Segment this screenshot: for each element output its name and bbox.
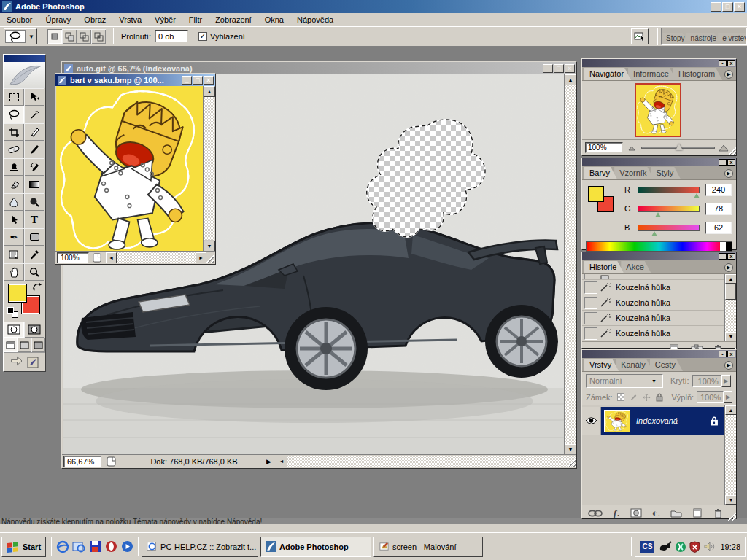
bart-doc-minimize-button[interactable]: _ (182, 76, 192, 85)
tray-clock[interactable]: 19:28 (720, 542, 740, 551)
car-horizontal-scrollbar[interactable] (287, 456, 576, 467)
start-button[interactable]: Start (1, 537, 46, 557)
fullscreen-menu-mode-button[interactable] (18, 338, 31, 352)
gradient-tool[interactable] (24, 176, 44, 193)
lock-transparency-icon[interactable] (617, 393, 624, 401)
healing-brush-tool[interactable] (4, 141, 24, 158)
zoom-slider-thumb[interactable] (676, 144, 683, 150)
history-menu-button[interactable]: ▶ (724, 263, 733, 272)
menu-vrstva[interactable]: Vrstva (112, 14, 148, 26)
navigator-resize-grip[interactable] (727, 146, 736, 155)
adjustment-layer-icon[interactable]: ◐. (652, 508, 660, 518)
menu-obraz[interactable]: Obraz (77, 14, 112, 26)
history-source-checkbox[interactable] (584, 281, 597, 294)
red-value[interactable]: 240 (705, 184, 732, 196)
minimize-button[interactable]: _ (711, 2, 721, 12)
bart-resize-grip[interactable] (206, 254, 214, 263)
lock-position-icon[interactable] (643, 393, 651, 402)
tab-informace[interactable]: Informace (628, 68, 676, 80)
layer-visibility-cell[interactable] (582, 407, 601, 435)
layers-titlebar[interactable]: -x (582, 350, 736, 358)
history-source-checkbox[interactable] (584, 297, 597, 309)
toolbox-logo[interactable] (4, 62, 45, 88)
layers-scroll-down-button[interactable]: ▼ (725, 495, 736, 505)
well-tab-vrstvy[interactable]: e vrstev (718, 33, 747, 44)
bart-doc-close-button[interactable]: × (204, 76, 214, 85)
tray-green-icon[interactable] (675, 541, 686, 553)
tray-shield-icon[interactable] (689, 541, 700, 553)
car-status-menu-arrow[interactable]: ▶ (266, 458, 271, 465)
opacity-slider-arrow[interactable]: ▶ (721, 375, 731, 387)
history-titlebar[interactable]: -x (582, 252, 736, 260)
task-paint[interactable]: screen - Malování (374, 537, 483, 557)
car-zoom-field[interactable]: 66,67% (63, 456, 101, 467)
car-doc-minimize-button[interactable]: _ (543, 64, 553, 73)
zoom-tool[interactable] (24, 263, 44, 281)
notes-tool[interactable] (4, 246, 24, 263)
history-scroll-down-button[interactable]: ▼ (725, 332, 736, 341)
navigator-titlebar[interactable]: -x (582, 59, 736, 67)
standard-screen-mode-button[interactable] (4, 338, 18, 352)
app-titlebar[interactable]: Adobe Photoshop _□× (0, 0, 747, 13)
car-vertical-scrollbar[interactable]: ▲ ▼ (564, 74, 576, 455)
green-value[interactable]: 78 (705, 203, 732, 215)
menu-okna[interactable]: Okna (258, 14, 290, 26)
menu-soubor[interactable]: Soubor (0, 14, 39, 26)
layers-scroll-up-button[interactable]: ▲ (725, 405, 736, 415)
rectangular-marquee-tool[interactable] (4, 88, 24, 106)
eyedropper-tool[interactable] (24, 246, 44, 263)
zoom-out-icon[interactable] (627, 144, 637, 151)
feather-input[interactable]: 0 ob (155, 30, 188, 43)
layer-style-icon[interactable]: ƒ. (613, 508, 620, 519)
lock-paint-icon[interactable] (630, 393, 638, 402)
current-tool-preset[interactable]: ▼ (4, 28, 37, 44)
layer-thumbnail[interactable] (604, 410, 630, 432)
bart-canvas[interactable] (56, 86, 204, 252)
blend-mode-dropdown-arrow[interactable]: ▼ (649, 376, 659, 386)
history-minimize-button[interactable]: - (719, 253, 727, 260)
bart-horizontal-scrollbar[interactable] (117, 252, 196, 263)
colors-close-button[interactable]: x (727, 159, 735, 166)
layers-scrollbar[interactable]: ▲ ▼ (724, 405, 736, 505)
layers-resize-grip[interactable] (727, 511, 736, 521)
clone-stamp-tool[interactable] (4, 158, 24, 176)
pen-tool[interactable]: ✒ (4, 228, 24, 246)
swap-colors-icon[interactable] (31, 282, 43, 292)
language-indicator[interactable]: CS (640, 541, 654, 553)
standard-mode-button[interactable] (4, 322, 24, 338)
green-slider-thumb[interactable] (655, 212, 661, 217)
mail-icon[interactable] (71, 540, 86, 554)
history-row[interactable]: Kouzelná hůlka (582, 295, 724, 311)
selection-mode-subtract-button[interactable] (77, 29, 91, 44)
task-pchelp[interactable]: PC-HELP.CZ :: Zobrazit t... (142, 537, 258, 557)
blue-slider[interactable] (638, 225, 700, 231)
history-row-partial[interactable] (582, 274, 724, 280)
type-tool[interactable]: T (24, 211, 44, 228)
add-mask-icon[interactable] (630, 508, 642, 518)
navigator-menu-button[interactable]: ▶ (724, 70, 733, 79)
colors-titlebar[interactable]: -x (582, 158, 736, 166)
colors-foreground-swatch[interactable] (588, 186, 604, 202)
menu-zobrazeni[interactable]: Zobrazení (209, 14, 258, 26)
tab-akce[interactable]: Akce (621, 261, 651, 273)
menu-upravy[interactable]: Úpravy (39, 14, 77, 26)
bart-zoom-field[interactable]: 100% (57, 252, 89, 263)
tray-volume-icon[interactable] (703, 541, 716, 552)
tab-vrstvy[interactable]: Vrstvy (584, 359, 619, 371)
tab-histogram[interactable]: Histogram (673, 68, 722, 80)
blur-tool[interactable] (4, 193, 24, 211)
history-brush-tool[interactable] (24, 158, 44, 176)
file-browser-toggle-button[interactable] (631, 28, 649, 44)
tray-dog-icon[interactable] (659, 541, 672, 552)
new-group-icon[interactable] (670, 509, 682, 518)
car-scroll-up-button[interactable]: ▲ (565, 74, 576, 85)
car-scroll-down-button[interactable]: ▼ (565, 444, 576, 455)
menu-filtr[interactable]: Filtr (182, 14, 209, 26)
move-tool[interactable] (24, 88, 44, 106)
history-close-button[interactable]: x (727, 253, 735, 260)
car-resize-grip[interactable] (567, 459, 576, 467)
hand-tool[interactable] (4, 263, 24, 281)
tab-cesty[interactable]: Cesty (650, 359, 683, 371)
bart-scroll-down-button[interactable]: ▼ (204, 241, 215, 252)
tab-styly[interactable]: Styly (651, 167, 681, 179)
